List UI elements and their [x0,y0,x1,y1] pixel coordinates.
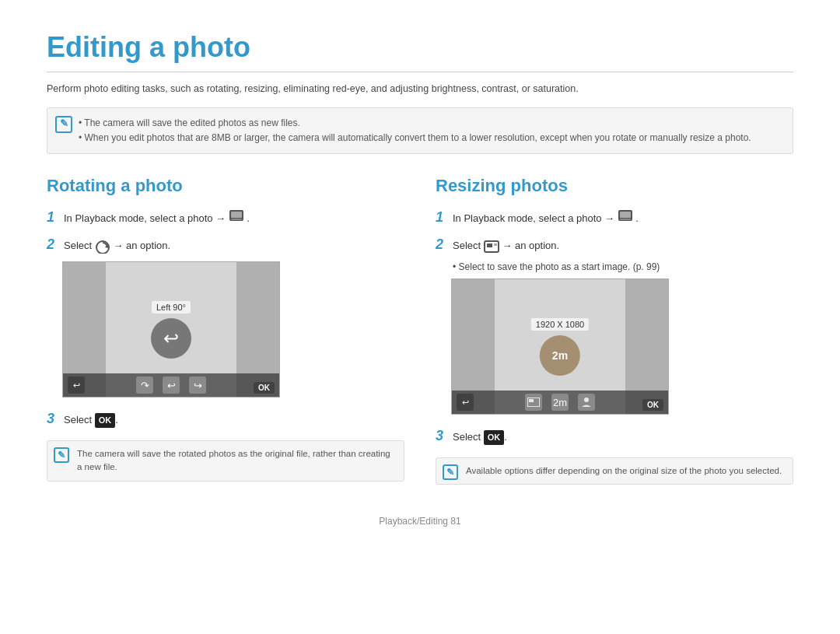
resizing-step1: 1 In Playback mode, select a photo → . [436,207,793,228]
person-icon [581,397,592,408]
rotating-note-icon: ✎ [54,447,69,463]
rotating-camera-screen: Left 90° ↩ ↷ ↩ ↪ ↩ OK [62,261,280,398]
rotate-back-btn[interactable]: ↩ [68,377,85,394]
rotate-toolbar: ↷ ↩ ↪ [63,373,279,397]
resizing-center: 1920 X 1080 2m [531,318,589,376]
rotating-title: Rotating a photo [47,176,404,196]
resizing-note: ✎ Available options differ depending on … [436,457,793,485]
top-note-box: ✎ • The camera will save the edited phot… [47,107,793,154]
resize-icon-1 [527,398,540,407]
toolbar-btn-2: ↩ [163,377,180,394]
rotate-ok-btn[interactable]: OK [254,382,275,394]
footer: Playback/Editing 81 [47,516,793,527]
resizing-sub-step: • Select to save the photo as a start im… [453,261,793,272]
svg-rect-12 [529,399,534,402]
resize-toolbar-btn-3 [578,394,595,411]
rotating-section: Rotating a photo 1 In Playback mode, sel… [47,176,404,485]
resizing-step3: 3 Select OK. [436,426,793,447]
resizing-note-icon: ✎ [443,464,458,480]
resize-toolbar: 2m [452,391,668,414]
svg-rect-7 [620,219,631,220]
svg-rect-10 [494,243,497,246]
rotate-label: Left 90° [152,301,191,313]
toolbar-btn-3: ↪ [189,377,206,394]
edit-icon [229,209,244,222]
resize-edit-icon [618,209,633,222]
resizing-ok-label: OK [484,430,505,445]
resizing-step2: 2 Select → an option. [436,234,793,255]
rotating-note: ✎ The camera will save the rotated photo… [47,440,404,482]
rotating-step1: 1 In Playback mode, select a photo → . [47,207,404,228]
svg-rect-9 [487,243,492,247]
resize-circle: 2m [540,335,580,376]
two-column-layout: Rotating a photo 1 In Playback mode, sel… [47,176,793,485]
rotate-icon-inline [95,240,110,254]
rotating-step3: 3 Select OK. [47,408,404,429]
resize-toolbar-btn-2: 2m [551,394,569,411]
resize-toolbar-btn-1 [525,394,542,411]
page-title: Editing a photo [47,31,793,72]
resize-back-btn[interactable]: ↩ [457,394,474,411]
resize-icon-inline [484,240,499,253]
resize-label: 1920 X 1080 [531,318,589,331]
intro-text: Perform photo editing tasks, such as rot… [47,82,793,96]
rotating-center: Left 90° ↩ [151,301,191,359]
svg-rect-1 [231,212,242,218]
svg-rect-2 [231,219,242,220]
rotating-step2: 2 Select → an option. [47,234,404,255]
svg-rect-6 [620,212,631,218]
resizing-camera-screen: 1920 X 1080 2m 2m ↩ [451,278,669,415]
note-line-2: • When you edit photos that are 8MB or l… [79,131,782,145]
resizing-title: Resizing photos [436,176,793,196]
rotating-ok-label: OK [95,413,116,428]
resizing-section: Resizing photos 1 In Playback mode, sele… [436,176,793,485]
toolbar-btn-1: ↷ [136,377,153,394]
svg-point-13 [584,398,589,402]
rotate-circle: ↩ [151,318,191,359]
note-line-1: • The camera will save the edited photos… [79,116,782,131]
resize-ok-btn[interactable]: OK [642,399,663,411]
note-icon: ✎ [55,116,72,133]
